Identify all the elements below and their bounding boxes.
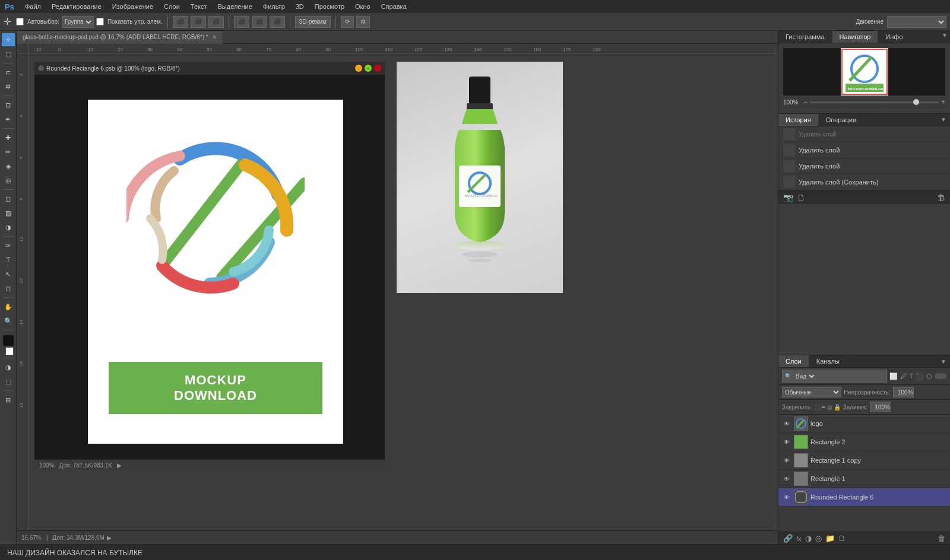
main-tab[interactable]: glass-bottle-mockup-psd.psd @ 16,7% (ADD… (17, 31, 223, 44)
opacity-input[interactable] (893, 387, 914, 397)
layer-logo-visibility[interactable]: 👁 (782, 419, 791, 428)
tool-frame[interactable]: ⬚ (2, 375, 15, 388)
tool-dodge[interactable]: ◑ (2, 221, 15, 234)
menu-image[interactable]: Изображение (107, 2, 158, 11)
lock-position-btn[interactable]: ✒ (821, 404, 826, 411)
canvas-scroll[interactable]: -10 0 10 20 30 40 50 60 70 80 90 100 (17, 44, 778, 530)
menu-3d[interactable]: 3D (291, 2, 309, 11)
history-panel-btn[interactable]: ▼ (937, 114, 950, 126)
layer-rect2[interactable]: 👁 Rectangle 2 (778, 433, 950, 451)
tool-crop[interactable]: ⊡ (2, 98, 15, 112)
menu-edit[interactable]: Редактирование (47, 2, 106, 11)
main-tab-close[interactable]: ✕ (212, 34, 217, 40)
history-item-3[interactable]: Удалить слой (Сохранить) (778, 174, 950, 190)
tool-clone[interactable]: ◈ (2, 160, 15, 173)
history-item-1[interactable]: Удалить слой (778, 142, 950, 158)
align-left-btn[interactable]: ⬛ (173, 16, 188, 28)
menu-layers[interactable]: Слои (159, 2, 185, 11)
tool-eyedrop[interactable]: ✒ (2, 113, 15, 126)
tool-mask[interactable]: ◑ (2, 361, 15, 374)
tab-navigator[interactable]: Навигатор (832, 31, 879, 43)
lock-all-btn[interactable]: 🔒 (834, 404, 841, 411)
tool-move[interactable]: ✛ (2, 33, 15, 46)
layer-rect1[interactable]: 👁 Rectangle 1 (778, 470, 950, 488)
layer-rounded-rect6-visibility[interactable]: 👁 (782, 492, 791, 502)
history-new-btn[interactable]: 🗋 (797, 193, 805, 202)
tool-pen[interactable]: ✑ (2, 239, 15, 252)
menu-window[interactable]: Окно (350, 2, 375, 11)
menu-help[interactable]: Справка (376, 2, 411, 11)
tool-select[interactable]: ⬚ (2, 47, 15, 61)
lock-artboard-btn[interactable]: ◎ (827, 404, 832, 411)
layer-filter-smart[interactable]: ⬡ (926, 373, 932, 380)
layers-adjust-btn[interactable]: ◎ (815, 534, 822, 543)
fill-input[interactable] (870, 402, 891, 412)
tool-path-select[interactable]: ↖ (2, 268, 15, 281)
layer-filter-toggle[interactable] (935, 373, 946, 379)
layers-mask-btn[interactable]: ◑ (805, 534, 812, 543)
tool-heal[interactable]: ✚ (2, 131, 15, 144)
mockup-download-button[interactable]: MOCKUP DOWNLOAD (109, 362, 322, 414)
tool-text[interactable]: T (2, 253, 15, 266)
history-item-0[interactable]: Удалить слой (778, 126, 950, 142)
lock-pixels-btn[interactable]: ⬚ (815, 404, 820, 411)
layer-filter-type[interactable]: T (909, 373, 913, 380)
layer-rect1copy-visibility[interactable]: 👁 (782, 456, 791, 465)
align-right-btn[interactable]: ⬛ (208, 16, 224, 28)
logo-window-minimize[interactable]: - (355, 65, 362, 72)
layers-panel-btn[interactable]: ▼ (937, 356, 950, 367)
zoom-slider[interactable] (810, 101, 939, 103)
tab-channels[interactable]: Каналы (809, 355, 847, 367)
tool-lasso[interactable]: ⊂ (2, 66, 15, 79)
layers-kind-select[interactable]: Вид (793, 371, 816, 381)
rotate-btn[interactable]: ⟳ (341, 16, 354, 28)
show-controls-checkbox[interactable] (96, 18, 104, 26)
layers-new-btn[interactable]: 🗋 (838, 534, 846, 543)
layer-filter-pixel[interactable]: ⬜ (889, 373, 898, 380)
3d-mode-btn[interactable]: 3D-режим (295, 16, 331, 28)
auto-select-checkbox[interactable] (16, 18, 24, 26)
tool-hand[interactable]: ✋ (2, 300, 15, 313)
tool-shape[interactable]: ◻ (2, 282, 15, 295)
dist-btn-2[interactable]: ⬛ (252, 16, 267, 28)
zoom-btn[interactable]: ⚙ (356, 16, 370, 28)
history-item-2[interactable]: Удалить слой (778, 158, 950, 174)
tool-eraser[interactable]: ◻ (2, 192, 15, 205)
tab-histogram[interactable]: Гистограмма (778, 31, 832, 43)
tab-operations[interactable]: Операции (819, 114, 864, 126)
tool-brush[interactable]: ✏ (2, 145, 15, 158)
zoom-in-btn[interactable]: + (941, 98, 945, 106)
menu-text[interactable]: Текст (186, 2, 212, 11)
tab-history[interactable]: История (778, 114, 819, 126)
menu-file[interactable]: Файл (20, 2, 46, 11)
menu-filter[interactable]: Фильтр (258, 2, 290, 11)
tool-extra[interactable]: ⊞ (2, 393, 15, 406)
logo-window-maximize[interactable]: + (365, 65, 372, 72)
background-color[interactable] (5, 347, 14, 355)
layers-search-box[interactable]: 🔍 Вид (782, 370, 887, 383)
layer-filter-adjust[interactable]: 🖊 (900, 373, 907, 380)
layer-rect2-visibility[interactable]: 👁 (782, 437, 791, 447)
tool-gradient[interactable]: ▨ (2, 206, 15, 219)
motion-select[interactable] (887, 16, 946, 28)
blend-mode-select[interactable]: Обычные (782, 387, 841, 397)
layer-rect1copy[interactable]: 👁 Rectangle 1 copy (778, 451, 950, 470)
dist-btn-3[interactable]: ⬛ (270, 16, 285, 28)
history-snapshot-btn[interactable]: 📷 (783, 193, 793, 202)
foreground-color[interactable] (3, 335, 14, 346)
logo-window-close[interactable]: ✕ (374, 65, 381, 72)
menu-select[interactable]: Выделение (213, 2, 257, 11)
tool-zoom[interactable]: 🔍 (2, 314, 15, 327)
tab-layers[interactable]: Слои (778, 355, 809, 367)
tool-history[interactable]: ◎ (2, 174, 15, 187)
history-delete-btn[interactable]: 🗑 (937, 193, 945, 202)
layers-group-btn[interactable]: 📁 (825, 534, 835, 543)
group-select[interactable]: Группа (62, 16, 94, 28)
dist-btn-1[interactable]: ⬛ (234, 16, 249, 28)
tab-info[interactable]: Инфо (878, 31, 910, 43)
layers-fx-btn[interactable]: fx (796, 535, 802, 542)
layers-link-btn[interactable]: 🔗 (783, 534, 793, 543)
layer-logo[interactable]: 👁 logo (778, 415, 950, 433)
layer-rect1-visibility[interactable]: 👁 (782, 474, 791, 483)
menu-view[interactable]: Просмотр (310, 2, 349, 11)
